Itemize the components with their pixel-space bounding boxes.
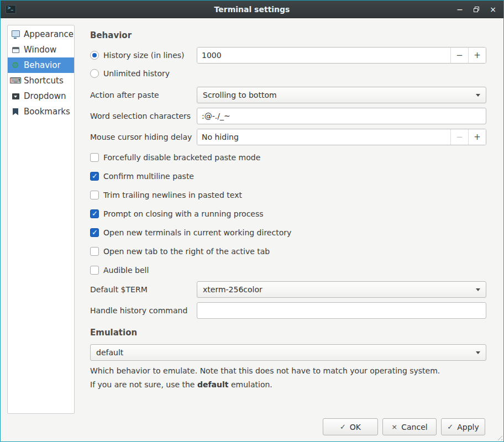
cursor-hiding-increment-button[interactable]: + bbox=[468, 129, 486, 145]
sidebar-item-bookmarks[interactable]: Bookmarks bbox=[8, 104, 74, 119]
chevron-down-icon bbox=[476, 351, 480, 354]
sidebar-item-label: Behavior bbox=[24, 60, 61, 70]
close-button[interactable]: × bbox=[488, 4, 498, 14]
history-size-radio-group: History size (in lines) bbox=[90, 51, 197, 60]
sidebar-item-label: Dropdown bbox=[24, 91, 66, 101]
checkbox-row: Prompt on closing with a running process bbox=[83, 208, 486, 219]
dialog-buttons: ✓ OK × Cancel ✓ Apply bbox=[323, 418, 485, 435]
checkbox-label[interactable]: Trim trailing newlines in pasted text bbox=[103, 191, 242, 199]
resize-grip[interactable] bbox=[496, 434, 502, 440]
sidebar-item-window[interactable]: Window bbox=[8, 42, 74, 57]
cancel-button[interactable]: × Cancel bbox=[382, 418, 437, 435]
emulation-section-title: Emulation bbox=[83, 328, 486, 338]
history-size-decrement-button[interactable]: − bbox=[450, 48, 468, 63]
unlimited-history-radio[interactable] bbox=[90, 69, 99, 78]
sidebar-item-appearance[interactable]: Appearance bbox=[8, 27, 74, 42]
check-icon: ✓ bbox=[447, 423, 453, 431]
word-selection-row: Word selection characters bbox=[83, 108, 486, 124]
action-after-paste-row: Action after paste Scrolling to bottom bbox=[83, 87, 486, 103]
unlimited-history-radio-group: Unlimited history bbox=[90, 69, 197, 78]
unlimited-history-label[interactable]: Unlimited history bbox=[103, 69, 170, 78]
checkbox-open-in-cwd[interactable] bbox=[90, 228, 99, 237]
word-selection-label: Word selection characters bbox=[90, 112, 197, 120]
cursor-hiding-input[interactable] bbox=[197, 129, 450, 145]
checkbox-audible-bell[interactable] bbox=[90, 266, 99, 275]
history-size-increment-button[interactable]: + bbox=[468, 48, 486, 63]
checkbox-row: Open new terminals in current working di… bbox=[83, 227, 486, 238]
sidebar-item-behavior[interactable]: Behavior bbox=[8, 57, 74, 73]
handle-history-label: Handle history command bbox=[90, 306, 197, 315]
handle-history-input[interactable] bbox=[197, 302, 486, 319]
window-title: Terminal settings bbox=[1, 5, 503, 14]
terminal-app-icon bbox=[6, 5, 16, 14]
default-term-value: xterm-256color bbox=[203, 285, 476, 294]
checkbox-label[interactable]: Open new tab to the right of the active … bbox=[103, 247, 270, 256]
keyboard-icon bbox=[11, 76, 20, 85]
emulation-default-bold: default bbox=[197, 380, 229, 389]
sidebar-item-label: Window bbox=[24, 45, 56, 55]
emulation-help-line2: If you are not sure, use the default emu… bbox=[83, 380, 486, 389]
checkbox-new-tab-right[interactable] bbox=[90, 247, 99, 256]
history-size-radio[interactable] bbox=[90, 51, 99, 60]
terminal-settings-window: Terminal settings − × Appearance Window … bbox=[0, 0, 504, 442]
checkbox-label[interactable]: Audible bell bbox=[103, 266, 149, 275]
history-size-row: History size (in lines) − + bbox=[83, 47, 486, 64]
behavior-section-title: Behavior bbox=[83, 30, 486, 40]
emulation-value: default bbox=[96, 348, 476, 357]
dropdown-terminal-icon bbox=[11, 92, 20, 101]
action-after-paste-select[interactable]: Scrolling to bottom bbox=[197, 87, 486, 103]
action-after-paste-label: Action after paste bbox=[90, 91, 197, 99]
window-icon bbox=[11, 45, 20, 54]
ok-button[interactable]: ✓ OK bbox=[323, 418, 378, 435]
maximize-button[interactable] bbox=[471, 4, 481, 14]
bookmark-icon bbox=[11, 107, 20, 116]
checkbox-row: Audible bell bbox=[83, 265, 486, 276]
cursor-hiding-label: Mouse cursor hiding delay bbox=[90, 133, 197, 141]
checkbox-label[interactable]: Prompt on closing with a running process bbox=[103, 209, 264, 218]
default-term-row: Default $TERM xterm-256color bbox=[83, 281, 486, 298]
chevron-down-icon bbox=[476, 288, 480, 291]
apply-button[interactable]: ✓ Apply bbox=[441, 418, 485, 435]
cursor-hiding-row: Mouse cursor hiding delay − + bbox=[83, 129, 486, 145]
history-size-input[interactable] bbox=[197, 48, 450, 63]
gear-icon bbox=[11, 61, 20, 70]
check-icon: ✓ bbox=[340, 423, 346, 431]
history-size-label[interactable]: History size (in lines) bbox=[103, 51, 185, 60]
checkbox-row: Open new tab to the right of the active … bbox=[83, 246, 486, 257]
checkbox-bracketed-paste[interactable] bbox=[90, 153, 99, 162]
history-size-spinbutton: − + bbox=[197, 47, 486, 64]
emulation-row: default bbox=[83, 344, 486, 361]
word-selection-input[interactable] bbox=[197, 108, 486, 124]
close-icon: × bbox=[391, 423, 397, 431]
checkbox-prompt-on-closing[interactable] bbox=[90, 209, 99, 218]
checkbox-label[interactable]: Confirm multiline paste bbox=[103, 172, 194, 181]
sidebar-item-label: Bookmarks bbox=[24, 107, 70, 117]
checkbox-confirm-multiline-paste[interactable] bbox=[90, 172, 99, 181]
checkbox-label[interactable]: Forcefully disable bracketed paste mode bbox=[103, 153, 260, 162]
cursor-hiding-spinbutton: − + bbox=[197, 129, 486, 145]
minimize-button[interactable]: − bbox=[455, 4, 465, 14]
appearance-icon bbox=[11, 30, 20, 39]
dialog-body: Appearance Window Behavior Shortcuts Dro… bbox=[1, 18, 503, 441]
cursor-hiding-decrement-button[interactable]: − bbox=[450, 129, 468, 145]
settings-category-list: Appearance Window Behavior Shortcuts Dro… bbox=[7, 25, 75, 414]
emulation-select[interactable]: default bbox=[90, 344, 486, 361]
sidebar-item-label: Shortcuts bbox=[24, 76, 64, 86]
restore-icon bbox=[474, 7, 479, 12]
checkbox-row: Forcefully disable bracketed paste mode bbox=[83, 152, 486, 163]
sidebar-item-label: Appearance bbox=[24, 29, 74, 39]
handle-history-row: Handle history command bbox=[83, 302, 486, 319]
checkbox-trim-trailing-newlines[interactable] bbox=[90, 191, 99, 199]
window-controls: − × bbox=[455, 4, 498, 14]
unlimited-history-row: Unlimited history bbox=[83, 68, 486, 79]
sidebar-item-shortcuts[interactable]: Shortcuts bbox=[8, 73, 74, 88]
checkbox-row: Trim trailing newlines in pasted text bbox=[83, 190, 486, 201]
action-after-paste-value: Scrolling to bottom bbox=[203, 91, 476, 99]
default-term-select[interactable]: xterm-256color bbox=[197, 281, 486, 298]
chevron-down-icon bbox=[476, 94, 480, 97]
emulation-help-line1: Which behavior to emulate. Note that thi… bbox=[83, 366, 486, 375]
sidebar-item-dropdown[interactable]: Dropdown bbox=[8, 88, 74, 104]
titlebar: Terminal settings − × bbox=[1, 1, 503, 18]
behavior-settings-panel: Behavior History size (in lines) − + Unl… bbox=[83, 18, 486, 389]
checkbox-label[interactable]: Open new terminals in current working di… bbox=[103, 228, 291, 237]
